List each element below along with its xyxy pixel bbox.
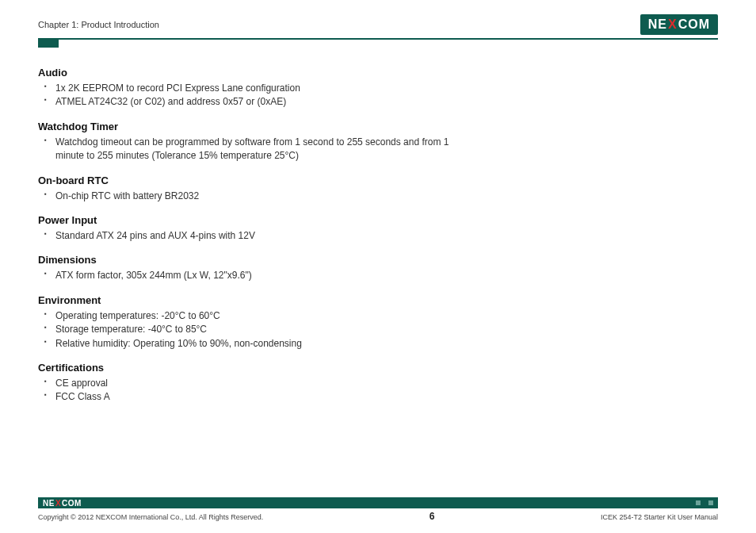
- accent-tab: [38, 40, 59, 48]
- list-item: Storage temperature: -40°C to 85°C: [49, 323, 450, 336]
- brand-pre: NE: [43, 499, 55, 508]
- section-heading: Watchdog Timer: [38, 121, 450, 132]
- section-heading: Power Input: [38, 214, 450, 226]
- list-item: ATMEL AT24C32 (or C02) and address 0x57 …: [49, 95, 450, 109]
- section-heading: Dimensions: [38, 254, 450, 266]
- brand-x-icon: X: [55, 499, 61, 508]
- section-heading: Audio: [38, 67, 450, 79]
- brand-logo: NEXCOM: [640, 14, 718, 35]
- list-item: On-chip RTC with battery BR2032: [49, 190, 450, 203]
- section-power: Power Input Standard ATX 24 pins and AUX…: [38, 214, 450, 243]
- header-row: Chapter 1: Product Introduction NEXCOM: [38, 14, 718, 35]
- list-item: Operating temperatures: -20°C to 60°C: [49, 309, 450, 323]
- chapter-title: Chapter 1: Product Introduction: [38, 20, 159, 29]
- brand-post: COM: [678, 17, 710, 32]
- footer-squares-icon: [696, 500, 713, 505]
- content-area: Audio 1x 2K EEPROM to record PCI Express…: [38, 48, 450, 405]
- section-heading: On-board RTC: [38, 174, 450, 186]
- footer-bar: NEXCOM: [38, 497, 718, 508]
- section-heading: Certifications: [38, 362, 450, 374]
- section-environment: Environment Operating temperatures: -20°…: [38, 294, 450, 351]
- list-item: CE approval: [49, 377, 450, 390]
- section-rtc: On-board RTC On-chip RTC with battery BR…: [38, 174, 450, 203]
- section-dimensions: Dimensions ATX form factor, 305x 244mm (…: [38, 254, 450, 282]
- page-number: 6: [430, 511, 435, 522]
- section-watchdog: Watchdog Timer Watchdog timeout can be p…: [38, 121, 450, 163]
- section-audio: Audio 1x 2K EEPROM to record PCI Express…: [38, 67, 450, 109]
- footer-brand-logo: NEXCOM: [43, 499, 82, 508]
- list-item: Relative humidity: Operating 10% to 90%,…: [49, 337, 450, 351]
- list-item: FCC Class A: [49, 390, 450, 404]
- section-certifications: Certifications CE approval FCC Class A: [38, 362, 450, 405]
- page-footer: NEXCOM Copyright © 2012 NEXCOM Internati…: [38, 497, 718, 522]
- list-item: ATX form factor, 305x 244mm (Lx W, 12"x9…: [49, 269, 450, 282]
- list-item: Watchdog timeout can be programmed by so…: [49, 136, 450, 163]
- list-item: 1x 2K EEPROM to record PCI Express Lane …: [49, 82, 450, 95]
- header-divider: [38, 38, 718, 40]
- list-item: Standard ATX 24 pins and AUX 4-pins with…: [49, 229, 450, 243]
- copyright-text: Copyright © 2012 NEXCOM International Co…: [38, 513, 263, 521]
- brand-post: COM: [62, 499, 82, 508]
- brand-pre: NE: [648, 17, 667, 32]
- brand-x-icon: X: [668, 17, 678, 32]
- section-heading: Environment: [38, 294, 450, 306]
- doc-title: ICEK 254-T2 Starter Kit User Manual: [601, 513, 718, 521]
